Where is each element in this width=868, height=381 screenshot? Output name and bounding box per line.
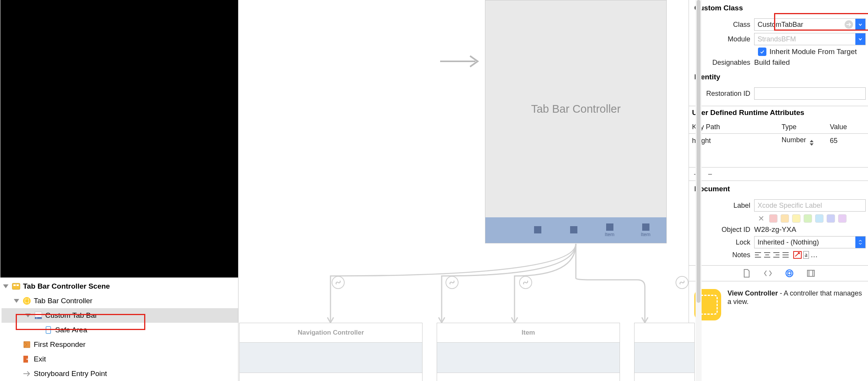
outline-item-label: First Responder (34, 340, 85, 349)
section-title-document: Document (691, 182, 866, 197)
destination-title: Item (437, 323, 620, 342)
color-chip[interactable] (792, 214, 801, 223)
segue-connector-icon[interactable] (446, 276, 459, 289)
outline-scene-label: Tab Bar Controller Scene (23, 282, 110, 291)
segue-lines (238, 230, 695, 330)
vertical-scrollbar[interactable] (695, 0, 702, 381)
link-icon[interactable] (793, 251, 802, 259)
align-right-icon[interactable] (773, 251, 780, 259)
library-item-card[interactable]: View Controller - A controller that mana… (689, 281, 868, 328)
svg-rect-1 (13, 284, 16, 286)
svg-rect-16 (813, 270, 814, 276)
tabbar-controller-scene[interactable]: Tab Bar Controller Item Item (485, 0, 667, 243)
designables-value: Build failed (754, 58, 866, 67)
navigator-panel: Tab Bar Controller Scene Tab Bar Control… (0, 0, 238, 381)
font-a-icon[interactable]: a (803, 251, 809, 259)
outline-item-label: Exit (34, 355, 46, 363)
svg-rect-11 (794, 251, 801, 258)
runtime-attributes-table[interactable]: Key Path Type Value height Number 65 (689, 121, 868, 167)
align-center-icon[interactable] (763, 251, 771, 259)
segue-connector-icon[interactable] (519, 276, 532, 289)
outline-item-safearea[interactable]: Safe Area (2, 323, 238, 337)
svg-rect-14 (807, 270, 814, 276)
class-field[interactable]: CustomTabBar (754, 18, 866, 31)
module-field[interactable]: StrandsBFM (754, 33, 866, 45)
dropdown-arrow-icon[interactable] (855, 33, 865, 45)
svg-rect-15 (807, 270, 809, 276)
scene-preview[interactable] (0, 0, 238, 278)
outline-item-first-responder[interactable]: First Responder (2, 337, 238, 352)
svg-rect-8 (46, 327, 51, 333)
col-keypath[interactable]: Key Path (689, 121, 779, 134)
jump-arrow-icon[interactable] (845, 20, 853, 29)
col-type[interactable]: Type (779, 121, 827, 134)
library-tab-bar (689, 265, 868, 281)
scene-title: Tab Bar Controller (485, 0, 666, 217)
file-template-icon[interactable] (741, 268, 751, 278)
viewcontroller-icon (22, 296, 31, 305)
notes-toolbar[interactable]: a … (754, 251, 866, 259)
align-justify-icon[interactable] (782, 251, 789, 259)
scrollbar-thumb[interactable] (697, 0, 700, 303)
outline-item-label: Storyboard Entry Point (34, 370, 107, 378)
section-title-runtime: User Defined Runtime Attributes (689, 106, 868, 121)
outline-item-exit[interactable]: Exit (2, 352, 238, 366)
color-chip[interactable] (769, 214, 778, 223)
class-value: CustomTabBar (758, 21, 845, 29)
object-id-value: W28-zg-YXA (754, 225, 866, 234)
identity-inspector: Custom Class Class CustomTabBar Module S… (689, 0, 868, 381)
cell-type[interactable]: Number (779, 134, 827, 148)
exit-icon (22, 355, 31, 364)
segue-connector-icon[interactable] (676, 276, 689, 289)
outline-item-custom-tabbar[interactable]: Custom Tab Bar (2, 308, 238, 323)
destination-title (635, 323, 694, 342)
restoration-id-field[interactable] (754, 87, 866, 100)
object-library-icon[interactable] (784, 268, 794, 278)
disclosure-triangle-icon[interactable] (14, 299, 19, 303)
disclosure-triangle-icon[interactable] (25, 314, 31, 317)
svg-rect-2 (16, 284, 19, 286)
entrypoint-arrow-icon (22, 369, 31, 378)
color-chip[interactable] (827, 214, 835, 223)
remove-button[interactable]: － (706, 168, 714, 180)
library-item-title: View Controller (727, 289, 778, 297)
more-icon[interactable]: … (810, 251, 818, 259)
align-left-icon[interactable] (754, 251, 762, 259)
dropdown-arrow-icon[interactable] (855, 236, 865, 248)
code-snippet-icon[interactable] (763, 268, 773, 278)
outline-item-entry-point[interactable]: Storyboard Entry Point (2, 366, 238, 381)
section-title-identity: Identity (691, 71, 866, 85)
svg-rect-13 (788, 272, 791, 275)
doc-label-field[interactable]: Xcode Specific Label (754, 199, 866, 212)
destination-scene-item[interactable]: Item (437, 323, 620, 381)
svg-rect-6 (35, 317, 42, 319)
segue-connector-icon[interactable] (332, 276, 345, 289)
destination-scene-partial[interactable] (634, 323, 695, 381)
col-value[interactable]: Value (827, 121, 868, 134)
destination-title: Navigation Controller (240, 323, 422, 342)
color-chip[interactable] (804, 214, 812, 223)
destination-scene-nav[interactable]: Navigation Controller (239, 323, 422, 381)
clear-color-button[interactable]: ✕ (758, 214, 764, 223)
section-title-custom-class: Custom Class (691, 2, 866, 16)
safearea-icon (44, 325, 53, 335)
color-chip[interactable] (781, 214, 789, 223)
disclosure-triangle-icon[interactable] (3, 284, 8, 288)
stepper-icon[interactable] (810, 140, 814, 146)
color-chip[interactable] (815, 214, 824, 223)
dropdown-arrow-icon[interactable] (855, 19, 865, 30)
label-color-chips: ✕ (691, 214, 866, 223)
outline-scene-row[interactable]: Tab Bar Controller Scene (2, 279, 238, 294)
outline-item-label: Custom Tab Bar (45, 311, 97, 320)
lock-field[interactable]: Inherited - (Nothing) (754, 236, 866, 248)
svg-point-7 (36, 318, 37, 319)
table-row[interactable]: height Number 65 (689, 134, 868, 148)
color-chip[interactable] (838, 214, 847, 223)
inherit-checkbox[interactable] (758, 48, 766, 56)
media-library-icon[interactable] (806, 268, 816, 278)
outline-item-controller[interactable]: Tab Bar Controller (2, 294, 238, 308)
tabbar-item-icon (34, 311, 43, 320)
interface-builder-canvas[interactable]: Tab Bar Controller Item Item Navigation … (238, 0, 689, 381)
svg-point-12 (786, 270, 793, 277)
svg-rect-0 (12, 283, 20, 289)
